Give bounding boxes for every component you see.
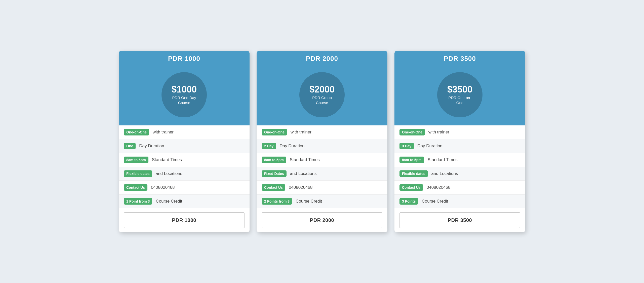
pdr1000-feature-text-2: Standard Times (152, 157, 182, 162)
pdr1000-feature-row-4: Contact Us0408020468 (119, 181, 250, 195)
pdr2000-feature-text-0: with trainer (291, 130, 311, 135)
pdr1000-button[interactable]: PDR 1000 (124, 212, 245, 228)
pdr1000-price-label: PDR One Day Course (172, 95, 196, 105)
pdr2000-price-amount: $2000 (309, 84, 335, 95)
pdr1000-feature-text-0: with trainer (153, 130, 174, 135)
pdr2000-header: PDR 2000 (257, 51, 387, 65)
pdr3500-feature-row-1: 3 DayDay Duration (394, 139, 525, 153)
pdr1000-badge-4: Contact Us (124, 184, 147, 191)
pdr2000-price-circle: $2000PDR Group Course (299, 72, 345, 117)
pdr1000-feature-row-3: Flexible datesand Locations (119, 167, 250, 181)
pdr3500-feature-text-5: Course Credit (422, 199, 448, 204)
pdr1000-feature-text-5: Course Credit (156, 199, 182, 204)
pdr2000-button[interactable]: PDR 2000 (262, 212, 382, 228)
pdr3500-feature-text-0: with trainer (428, 130, 449, 135)
pdr2000-badge-1: 2 Day (262, 143, 276, 149)
pdr1000-badge-0: One-on-One (124, 129, 149, 135)
card-pdr3500: PDR 3500$3500PDR One-on- OneOne-on-Onewi… (394, 51, 525, 232)
pdr1000-badge-1: One (124, 143, 136, 149)
pdr3500-feature-row-4: Contact Us0408020468 (394, 181, 525, 195)
pdr1000-features: One-on-Onewith trainerOneDay Duration8am… (119, 125, 250, 208)
pdr3500-feature-row-3: Flexible datesand Locations (394, 167, 525, 181)
pdr3500-badge-0: One-on-One (399, 129, 425, 135)
pdr1000-price-circle: $1000PDR One Day Course (162, 72, 207, 117)
pdr2000-badge-4: Contact Us (262, 184, 285, 191)
pdr2000-feature-row-4: Contact Us0408020468 (257, 181, 387, 195)
pdr1000-badge-2: 8am to 5pm (124, 157, 148, 163)
pdr3500-button[interactable]: PDR 3500 (399, 212, 520, 228)
pdr2000-badge-2: 8am to 5pm (262, 157, 286, 163)
pdr1000-feature-text-1: Day Duration (139, 144, 164, 149)
pdr1000-header: PDR 1000 (119, 51, 250, 65)
pdr1000-feature-row-5: 1 Point from 3Course Credit (119, 195, 250, 208)
pdr3500-badge-1: 3 Day (399, 143, 414, 149)
pdr3500-badge-4: Contact Us (399, 184, 423, 191)
card-pdr2000: PDR 2000$2000PDR Group CourseOne-on-Onew… (257, 51, 387, 232)
pdr3500-feature-text-4: 0408020468 (427, 185, 451, 190)
pdr1000-badge-3: Flexible dates (124, 170, 152, 177)
pdr3500-features: One-on-Onewith trainer3 DayDay Duration8… (394, 125, 525, 208)
pdr2000-feature-row-3: Fixed Datesand Locations (257, 167, 387, 181)
pdr1000-price-area: $1000PDR One Day Course (119, 65, 250, 125)
pdr3500-header: PDR 3500 (394, 51, 525, 65)
pdr2000-feature-row-1: 2 DayDay Duration (257, 139, 387, 153)
pdr2000-feature-text-3: and Locations (290, 171, 317, 176)
pdr3500-feature-row-0: One-on-Onewith trainer (394, 125, 525, 139)
pdr3500-feature-row-2: 8am to 5pmStandard Times (394, 153, 525, 167)
pdr2000-feature-text-4: 0408020468 (289, 185, 313, 190)
pdr3500-price-circle: $3500PDR One-on- One (437, 72, 482, 117)
pdr1000-footer: PDR 1000 (119, 208, 250, 232)
pdr2000-badge-3: Fixed Dates (262, 170, 287, 177)
pdr3500-feature-text-3: and Locations (431, 171, 458, 176)
pdr1000-feature-text-3: and Locations (156, 171, 182, 176)
pdr3500-price-label: PDR One-on- One (449, 95, 471, 105)
pdr1000-feature-row-0: One-on-Onewith trainer (119, 125, 250, 139)
pdr2000-feature-text-1: Day Duration (279, 144, 304, 149)
pdr1000-badge-5: 1 Point from 3 (124, 198, 152, 205)
card-pdr1000: PDR 1000$1000PDR One Day CourseOne-on-On… (119, 51, 250, 232)
pdr2000-price-area: $2000PDR Group Course (257, 65, 387, 125)
pdr3500-feature-row-5: 3 PointsCourse Credit (394, 195, 525, 208)
pdr3500-feature-text-2: Standard Times (428, 157, 458, 162)
pdr1000-price-amount: $1000 (172, 84, 197, 95)
pdr2000-feature-row-0: One-on-Onewith trainer (257, 125, 387, 139)
pdr1000-feature-row-1: OneDay Duration (119, 139, 250, 153)
pdr3500-feature-text-1: Day Duration (417, 144, 442, 149)
pdr3500-badge-5: 3 Points (399, 198, 418, 205)
cards-container: PDR 1000$1000PDR One Day CourseOne-on-On… (119, 51, 525, 232)
pdr2000-price-label: PDR Group Course (312, 95, 332, 105)
pdr3500-price-amount: $3500 (447, 84, 472, 95)
pdr2000-feature-text-5: Course Credit (296, 199, 322, 204)
pdr3500-price-area: $3500PDR One-on- One (394, 65, 525, 125)
pdr2000-feature-row-5: 2 Points from 3Course Credit (257, 195, 387, 208)
pdr2000-feature-text-2: Standard Times (290, 157, 320, 162)
pdr2000-feature-row-2: 8am to 5pmStandard Times (257, 153, 387, 167)
pdr3500-footer: PDR 3500 (394, 208, 525, 232)
pdr1000-feature-text-4: 0408020468 (151, 185, 175, 190)
pdr2000-badge-0: One-on-One (262, 129, 287, 135)
pdr2000-badge-5: 2 Points from 3 (262, 198, 292, 205)
pdr1000-feature-row-2: 8am to 5pmStandard Times (119, 153, 250, 167)
pdr2000-features: One-on-Onewith trainer2 DayDay Duration8… (257, 125, 387, 208)
pdr2000-footer: PDR 2000 (257, 208, 387, 232)
pdr3500-badge-2: 8am to 5pm (399, 157, 424, 163)
pdr3500-badge-3: Flexible dates (399, 170, 428, 177)
